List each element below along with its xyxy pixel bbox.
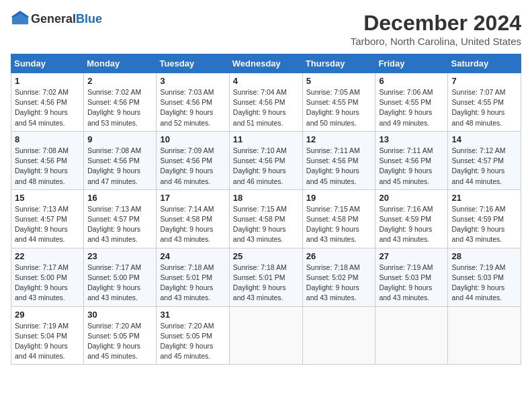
calendar-day-cell: 15 Sunrise: 7:13 AMSunset: 4:57 PMDaylig… <box>11 189 84 248</box>
day-number: 29 <box>15 310 80 320</box>
day-number: 16 <box>87 193 152 203</box>
calendar-week-row: 29 Sunrise: 7:19 AMSunset: 5:04 PMDaylig… <box>11 306 521 365</box>
logo-general: General <box>31 12 76 26</box>
day-info: Sunrise: 7:13 AMSunset: 4:57 PMDaylight:… <box>15 204 80 245</box>
calendar-day-cell: 7 Sunrise: 7:07 AMSunset: 4:55 PMDayligh… <box>448 73 521 132</box>
calendar-day-cell: 24 Sunrise: 7:18 AMSunset: 5:01 PMDaylig… <box>157 248 229 306</box>
calendar-day-cell: 18 Sunrise: 7:15 AMSunset: 4:58 PMDaylig… <box>229 189 302 248</box>
day-info: Sunrise: 7:09 AMSunset: 4:56 PMDaylight:… <box>160 146 225 187</box>
day-number: 25 <box>233 251 299 261</box>
calendar-week-row: 22 Sunrise: 7:17 AMSunset: 5:00 PMDaylig… <box>11 248 521 306</box>
day-number: 31 <box>160 310 225 320</box>
day-number: 22 <box>15 251 80 261</box>
calendar-day-cell: 6 Sunrise: 7:06 AMSunset: 4:55 PMDayligh… <box>375 73 448 132</box>
title-block: December 2024 Tarboro, North Carolina, U… <box>351 11 521 47</box>
day-info: Sunrise: 7:17 AMSunset: 5:00 PMDaylight:… <box>87 263 152 304</box>
day-number: 24 <box>160 251 225 261</box>
day-number: 4 <box>233 76 299 86</box>
calendar-header-row: SundayMondayTuesdayWednesdayThursdayFrid… <box>11 54 521 73</box>
day-info: Sunrise: 7:16 AMSunset: 4:59 PMDaylight:… <box>379 204 444 245</box>
day-info: Sunrise: 7:18 AMSunset: 5:02 PMDaylight:… <box>306 263 372 304</box>
calendar-day-cell: 12 Sunrise: 7:11 AMSunset: 4:56 PMDaylig… <box>302 131 375 189</box>
calendar-day-header: Wednesday <box>229 54 302 73</box>
day-number: 9 <box>87 134 152 144</box>
day-number: 13 <box>379 134 444 144</box>
calendar-day-cell: 30 Sunrise: 7:20 AMSunset: 5:05 PMDaylig… <box>84 306 157 365</box>
calendar-day-cell: 2 Sunrise: 7:02 AMSunset: 4:56 PMDayligh… <box>84 73 157 132</box>
calendar-table: SundayMondayTuesdayWednesdayThursdayFrid… <box>11 54 521 365</box>
day-info: Sunrise: 7:19 AMSunset: 5:04 PMDaylight:… <box>15 321 80 362</box>
calendar-day-cell <box>229 306 302 365</box>
day-number: 15 <box>15 193 80 203</box>
day-info: Sunrise: 7:17 AMSunset: 5:00 PMDaylight:… <box>15 263 80 304</box>
calendar-day-header: Saturday <box>448 54 521 73</box>
day-number: 5 <box>306 76 372 86</box>
day-number: 11 <box>233 134 299 144</box>
day-info: Sunrise: 7:15 AMSunset: 4:58 PMDaylight:… <box>233 204 299 245</box>
page-header: GeneralBlue December 2024 Tarboro, North… <box>11 11 521 47</box>
day-info: Sunrise: 7:19 AMSunset: 5:03 PMDaylight:… <box>451 263 517 304</box>
calendar-day-cell: 29 Sunrise: 7:19 AMSunset: 5:04 PMDaylig… <box>11 306 84 365</box>
calendar-week-row: 1 Sunrise: 7:02 AMSunset: 4:56 PMDayligh… <box>11 73 521 132</box>
day-info: Sunrise: 7:18 AMSunset: 5:01 PMDaylight:… <box>233 263 299 304</box>
day-number: 6 <box>379 76 444 86</box>
calendar-day-cell: 20 Sunrise: 7:16 AMSunset: 4:59 PMDaylig… <box>375 189 448 248</box>
logo: GeneralBlue <box>11 11 102 27</box>
calendar-day-cell <box>375 306 448 365</box>
day-number: 19 <box>306 193 372 203</box>
calendar-day-cell: 21 Sunrise: 7:16 AMSunset: 4:59 PMDaylig… <box>448 189 521 248</box>
day-number: 18 <box>233 193 299 203</box>
day-number: 8 <box>15 134 80 144</box>
day-info: Sunrise: 7:07 AMSunset: 4:55 PMDaylight:… <box>451 87 517 128</box>
day-number: 23 <box>87 251 152 261</box>
calendar-day-cell: 5 Sunrise: 7:05 AMSunset: 4:55 PMDayligh… <box>302 73 375 132</box>
day-info: Sunrise: 7:08 AMSunset: 4:56 PMDaylight:… <box>87 146 152 187</box>
day-number: 2 <box>87 76 152 86</box>
calendar-day-cell: 13 Sunrise: 7:11 AMSunset: 4:56 PMDaylig… <box>375 131 448 189</box>
calendar-day-cell: 4 Sunrise: 7:04 AMSunset: 4:56 PMDayligh… <box>229 73 302 132</box>
calendar-day-cell: 28 Sunrise: 7:19 AMSunset: 5:03 PMDaylig… <box>448 248 521 306</box>
day-info: Sunrise: 7:03 AMSunset: 4:56 PMDaylight:… <box>160 87 225 128</box>
day-number: 12 <box>306 134 372 144</box>
day-info: Sunrise: 7:19 AMSunset: 5:03 PMDaylight:… <box>379 263 444 304</box>
day-info: Sunrise: 7:05 AMSunset: 4:55 PMDaylight:… <box>306 87 372 128</box>
day-number: 10 <box>160 134 225 144</box>
day-info: Sunrise: 7:12 AMSunset: 4:57 PMDaylight:… <box>451 146 517 187</box>
calendar-day-cell: 16 Sunrise: 7:13 AMSunset: 4:57 PMDaylig… <box>84 189 157 248</box>
day-info: Sunrise: 7:02 AMSunset: 4:56 PMDaylight:… <box>87 87 152 128</box>
day-info: Sunrise: 7:14 AMSunset: 4:58 PMDaylight:… <box>160 204 225 245</box>
day-number: 27 <box>379 251 444 261</box>
calendar-day-cell: 3 Sunrise: 7:03 AMSunset: 4:56 PMDayligh… <box>157 73 229 132</box>
calendar-week-row: 15 Sunrise: 7:13 AMSunset: 4:57 PMDaylig… <box>11 189 521 248</box>
logo-text: GeneralBlue <box>31 12 102 26</box>
day-info: Sunrise: 7:13 AMSunset: 4:57 PMDaylight:… <box>87 204 152 245</box>
calendar-day-cell: 23 Sunrise: 7:17 AMSunset: 5:00 PMDaylig… <box>84 248 157 306</box>
day-number: 28 <box>451 251 517 261</box>
calendar-day-cell: 26 Sunrise: 7:18 AMSunset: 5:02 PMDaylig… <box>302 248 375 306</box>
calendar-day-cell: 10 Sunrise: 7:09 AMSunset: 4:56 PMDaylig… <box>157 131 229 189</box>
calendar-day-header: Sunday <box>11 54 84 73</box>
calendar-day-cell: 31 Sunrise: 7:20 AMSunset: 5:05 PMDaylig… <box>157 306 229 365</box>
svg-marker-0 <box>12 12 28 24</box>
day-number: 1 <box>15 76 80 86</box>
calendar-day-cell: 14 Sunrise: 7:12 AMSunset: 4:57 PMDaylig… <box>448 131 521 189</box>
day-number: 30 <box>87 310 152 320</box>
calendar-day-cell <box>302 306 375 365</box>
day-number: 17 <box>160 193 225 203</box>
day-info: Sunrise: 7:15 AMSunset: 4:58 PMDaylight:… <box>306 204 372 245</box>
calendar-day-cell: 19 Sunrise: 7:15 AMSunset: 4:58 PMDaylig… <box>302 189 375 248</box>
calendar-day-cell: 17 Sunrise: 7:14 AMSunset: 4:58 PMDaylig… <box>157 189 229 248</box>
day-number: 3 <box>160 76 225 86</box>
calendar-day-cell: 25 Sunrise: 7:18 AMSunset: 5:01 PMDaylig… <box>229 248 302 306</box>
day-info: Sunrise: 7:08 AMSunset: 4:56 PMDaylight:… <box>15 146 80 187</box>
calendar-day-cell: 8 Sunrise: 7:08 AMSunset: 4:56 PMDayligh… <box>11 131 84 189</box>
day-number: 14 <box>451 134 517 144</box>
calendar-day-cell: 22 Sunrise: 7:17 AMSunset: 5:00 PMDaylig… <box>11 248 84 306</box>
day-info: Sunrise: 7:06 AMSunset: 4:55 PMDaylight:… <box>379 87 444 128</box>
calendar-week-row: 8 Sunrise: 7:08 AMSunset: 4:56 PMDayligh… <box>11 131 521 189</box>
day-info: Sunrise: 7:11 AMSunset: 4:56 PMDaylight:… <box>379 146 444 187</box>
day-info: Sunrise: 7:20 AMSunset: 5:05 PMDaylight:… <box>160 321 225 362</box>
day-info: Sunrise: 7:02 AMSunset: 4:56 PMDaylight:… <box>15 87 80 128</box>
day-number: 7 <box>451 76 517 86</box>
calendar-day-cell: 27 Sunrise: 7:19 AMSunset: 5:03 PMDaylig… <box>375 248 448 306</box>
